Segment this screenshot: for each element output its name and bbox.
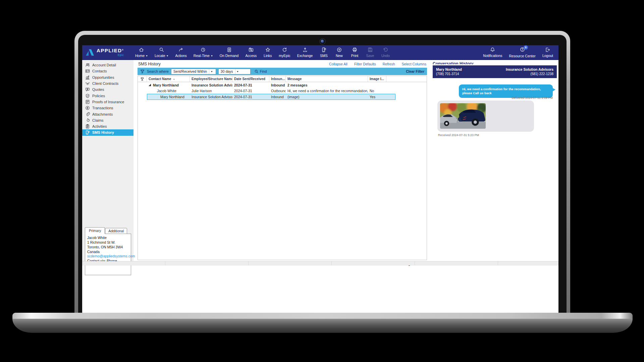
nav-label: Resource Center xyxy=(509,54,536,58)
nav-item-resource-center[interactable]: 5 Resource Center xyxy=(506,45,539,59)
sidebar-item-opportunities[interactable]: Opportunities xyxy=(82,74,133,80)
table-row[interactable]: Jacob White Julie Harison 2024-07-31 Out… xyxy=(138,88,427,94)
nav-label: Save xyxy=(366,54,374,58)
nav-item-print[interactable]: Print xyxy=(347,45,362,59)
nav-item-myepic[interactable]: myEpic xyxy=(275,45,293,59)
table-row-selected[interactable]: Mary Northland Insurance Solution Adviso… xyxy=(138,94,427,100)
tab-label: Additional xyxy=(108,229,124,233)
chevron-down-icon: ▼ xyxy=(235,69,240,74)
nav-item-real-time[interactable]: Real-Time▼ xyxy=(190,45,216,59)
panel-links: Collapse All Filter Defaults Refresh Sel… xyxy=(329,62,426,66)
nav-label: Locate xyxy=(155,54,165,58)
sidebar-item-label: Account Detail xyxy=(92,63,116,67)
brand-product: Epic xyxy=(97,54,124,57)
column-header-image[interactable]: Image I... xyxy=(368,76,386,82)
nav-label: Print xyxy=(351,54,359,58)
cell-employee: Insurance Solution Advisors xyxy=(190,94,232,100)
select-columns-link[interactable]: Select Columns xyxy=(401,62,426,66)
group-expanded-icon[interactable] xyxy=(149,84,151,86)
sidebar-item-proofs-of-insurance[interactable]: Proofs of Insurance xyxy=(82,99,133,105)
sidebar-item-label: Policies xyxy=(92,94,105,98)
nav-item-locate[interactable]: Locate▼ xyxy=(151,45,172,59)
sidebar-item-activities[interactable]: Activities xyxy=(82,123,133,129)
sms-table: Contact Name▲ Employee/Structure Name Da… xyxy=(138,76,427,260)
sidebar-item-quotes[interactable]: Quotes xyxy=(82,86,133,93)
clock-icon xyxy=(200,47,206,53)
sidebar-item-label: SMS History xyxy=(92,130,114,134)
contact-email-link[interactable]: scdemo@appliedsystems.com xyxy=(87,254,129,259)
sidebar-item-contacts[interactable]: Contacts xyxy=(82,68,133,74)
conversation-panel: Conversation History Mary Northland (708… xyxy=(433,60,557,261)
sms-history-panel: SMS History Collapse All Filter Defaults… xyxy=(138,60,427,261)
sidebar-item-policies[interactable]: Policies xyxy=(82,93,133,99)
column-header-employee[interactable]: Employee/Structure Name xyxy=(190,76,232,82)
magnifier-icon xyxy=(254,69,259,74)
date-range-value: 30 days xyxy=(219,69,235,74)
group-by-icon[interactable] xyxy=(138,76,147,82)
quote-bubble-icon xyxy=(85,87,90,92)
date-range-dropdown[interactable]: 30 days ▼ xyxy=(218,69,251,74)
nav-item-links[interactable]: Links xyxy=(260,45,275,59)
document-person-icon xyxy=(226,47,232,53)
laptop-base-body xyxy=(12,319,633,333)
sidebar-item-transactions[interactable]: Transactions xyxy=(82,105,133,111)
column-header-contact-name[interactable]: Contact Name▲ xyxy=(147,76,190,82)
phone-message-icon xyxy=(321,47,327,53)
car-collision-photo xyxy=(440,103,486,129)
tab-primary[interactable]: Primary xyxy=(85,227,105,234)
cell-image xyxy=(368,82,386,88)
sidebar-item-account-detail[interactable]: Account Detail xyxy=(82,62,133,68)
nav-label: myEpic xyxy=(279,54,290,58)
sidebar-item-sms-history[interactable]: SMS History xyxy=(82,129,133,135)
nav-right-group: Notifications 5 Resource Center Logout xyxy=(480,45,558,59)
column-label: Employee/Structure Name xyxy=(192,77,232,81)
clear-filter-link[interactable]: Clear Filter xyxy=(406,69,424,73)
bell-icon xyxy=(490,47,495,53)
nav-item-undo: Undo xyxy=(378,45,393,59)
nav-item-home[interactable]: Home▼ xyxy=(132,45,151,59)
filter-field-dropdown[interactable]: Sent/Received Within ▼ xyxy=(171,69,216,74)
filter-field-value: Sent/Received Within xyxy=(171,69,209,74)
conversation-contact-phone: (708) 701-3714 xyxy=(436,72,462,76)
cell-message: (image) xyxy=(286,94,368,100)
nav-item-access[interactable]: Access xyxy=(242,45,260,59)
filter-defaults-link[interactable]: Filter Defaults xyxy=(354,62,376,66)
nav-item-notifications[interactable]: Notifications xyxy=(480,45,505,59)
nav-item-actions[interactable]: Actions xyxy=(172,45,190,59)
nav-item-sms[interactable]: SMS xyxy=(316,45,331,59)
sidebar-item-label: Proofs of Insurance xyxy=(92,100,124,104)
conversation-agency-phone: (581) 222-1238 xyxy=(506,72,553,76)
upload-icon xyxy=(302,47,308,53)
tab-additional[interactable]: Additional xyxy=(105,228,127,234)
chevron-down-icon: ▼ xyxy=(209,69,214,74)
nav-item-new[interactable]: New xyxy=(331,45,347,59)
nav-item-exchange[interactable]: Exchange xyxy=(294,45,316,59)
sidebar-item-attachments[interactable]: Attachments xyxy=(82,111,133,117)
column-header-inbound[interactable]: Inboun... xyxy=(269,76,286,82)
filter-funnel-icon xyxy=(140,69,145,74)
column-header-message[interactable]: Message xyxy=(286,76,368,82)
nav-item-logout[interactable]: Logout xyxy=(539,45,556,59)
folder-search-icon xyxy=(248,47,254,53)
nav-label: Logout xyxy=(542,54,553,58)
refresh-link[interactable]: Refresh xyxy=(383,62,395,66)
cell-image: No xyxy=(368,88,386,94)
inbound-image-bubble[interactable] xyxy=(437,101,534,132)
star-icon xyxy=(265,47,271,53)
collapse-all-link[interactable]: Collapse All xyxy=(329,62,347,66)
sidebar-item-label: Contacts xyxy=(92,69,107,73)
cell-date: 2024-07-31 xyxy=(232,94,269,100)
column-header-date[interactable]: Date Sent/Received xyxy=(232,76,269,82)
cell-contact-name: Jacob White xyxy=(147,88,190,94)
sidebar-item-claims[interactable]: Claims xyxy=(82,117,133,123)
nav-item-on-demand[interactable]: On Demand xyxy=(216,45,242,59)
find-search[interactable]: Find xyxy=(254,69,267,74)
brand-name: APPLIED xyxy=(97,48,122,53)
contact-address-line1: 1 Richmond St W. xyxy=(87,240,129,245)
sidebar-item-label: Client Contracts xyxy=(92,81,118,85)
webcam xyxy=(320,39,325,44)
sidebar-item-client-contracts[interactable]: Client Contracts xyxy=(82,80,133,86)
outbound-message-text: Hi, we need a confirmation for the recom… xyxy=(462,87,541,95)
table-row-group[interactable]: Mary Northland Insurance Solution Advis.… xyxy=(138,82,427,88)
cell-contact-name: Mary Northland xyxy=(153,83,179,87)
